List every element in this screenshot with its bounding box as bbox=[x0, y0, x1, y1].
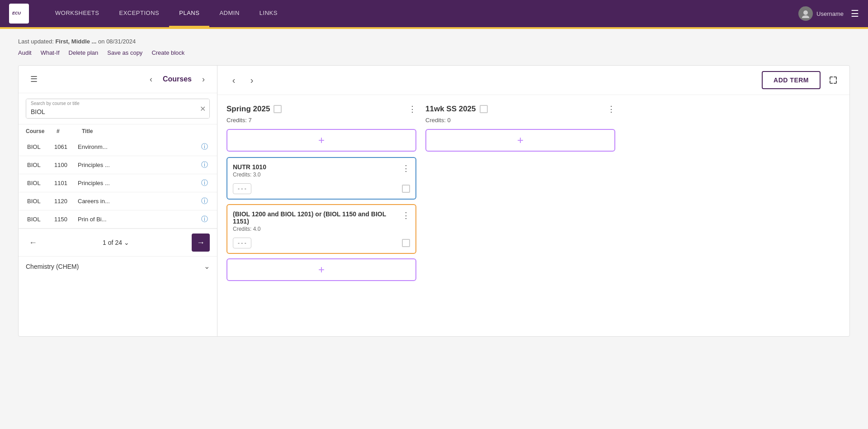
svg-text:ECU: ECU bbox=[12, 11, 21, 15]
card-title-0: NUTR 1010 bbox=[233, 163, 266, 171]
card-credits-0: Credits: 3.0 bbox=[233, 172, 266, 178]
page-dropdown[interactable]: 1 of 24 ⌄ bbox=[103, 239, 129, 246]
term-prev-button[interactable]: ‹ bbox=[226, 73, 241, 87]
term-title-row-0: Spring 2025 ⋮ bbox=[226, 104, 416, 114]
course-item-1[interactable]: BIOL 1100 Principles ... ⓘ bbox=[19, 156, 217, 174]
user-avatar-area[interactable]: Username bbox=[798, 6, 844, 21]
last-updated-text: Last updated: First, Middle ... on 08/31… bbox=[18, 38, 850, 45]
term-credits-1: Credits: 0 bbox=[425, 117, 615, 124]
hamburger-menu[interactable]: ☰ bbox=[851, 8, 859, 19]
nav-worksheets[interactable]: WORKSHEETS bbox=[45, 0, 109, 27]
logo-shield: ECU bbox=[9, 4, 29, 24]
menu-icon: ☰ bbox=[30, 74, 38, 84]
info-icon-1[interactable]: ⓘ bbox=[199, 161, 210, 169]
info-icon-0[interactable]: ⓘ bbox=[199, 143, 210, 151]
course-num-1: 1100 bbox=[54, 162, 74, 168]
course-item-0[interactable]: BIOL 1061 Environm... ⓘ bbox=[19, 138, 217, 156]
nav-links[interactable]: LINKS bbox=[250, 0, 288, 27]
courses-prev-arrow[interactable]: ‹ bbox=[145, 73, 157, 86]
course-num-4: 1150 bbox=[54, 216, 74, 223]
info-icon-2[interactable]: ⓘ bbox=[199, 179, 210, 187]
search-input[interactable] bbox=[26, 99, 209, 118]
updated-user: First, Middle ... bbox=[55, 38, 96, 45]
course-item-4[interactable]: BIOL 1150 Prin of Bi... ⓘ bbox=[19, 210, 217, 229]
chevron-down-icon: ⌄ bbox=[204, 262, 210, 271]
terms-area: Spring 2025 ⋮ Credits: 7 + bbox=[217, 95, 849, 336]
add-course-button-top-0[interactable]: + bbox=[226, 129, 416, 152]
card-title-1: (BIOL 1200 and BIOL 1201) or (BIOL 1150 … bbox=[233, 210, 402, 225]
add-course-button-bottom-0[interactable]: + bbox=[226, 258, 416, 281]
col-header-num: # bbox=[57, 128, 78, 134]
delete-plan-link[interactable]: Delete plan bbox=[69, 49, 99, 56]
term-checkbox-1[interactable] bbox=[480, 105, 488, 113]
course-dept-4: BIOL bbox=[27, 216, 51, 223]
term-more-menu-1[interactable]: ⋮ bbox=[607, 104, 615, 114]
grade-badge-1[interactable]: - - - bbox=[233, 238, 251, 248]
nav-exceptions[interactable]: EXCEPTIONS bbox=[109, 0, 169, 27]
sidebar-menu-icon[interactable]: ☰ bbox=[26, 71, 42, 87]
search-clear-button[interactable]: ✕ bbox=[200, 105, 206, 113]
save-as-copy-link[interactable]: Save as copy bbox=[107, 49, 142, 56]
main-panel: ☰ ‹ Courses › Search by course or title … bbox=[18, 65, 850, 337]
courses-nav: ‹ Courses › bbox=[145, 73, 210, 86]
audit-link[interactable]: Audit bbox=[18, 49, 32, 56]
page-current: 1 bbox=[103, 239, 106, 246]
info-icon-3[interactable]: ⓘ bbox=[199, 197, 210, 205]
course-title-1: Principles ... bbox=[78, 162, 195, 168]
term-name-0: Spring 2025 bbox=[226, 105, 282, 114]
pagination-next[interactable]: → bbox=[192, 234, 210, 252]
course-title-3: Careers in... bbox=[78, 198, 195, 205]
what-if-link[interactable]: What-If bbox=[41, 49, 60, 56]
course-title-0: Environm... bbox=[78, 143, 195, 150]
card-footer-1: - - - bbox=[227, 235, 415, 253]
chemistry-section[interactable]: Chemistry (CHEM) ⌄ bbox=[19, 256, 217, 276]
nav-plans[interactable]: PLANS bbox=[169, 0, 209, 27]
add-course-button-top-1[interactable]: + bbox=[425, 129, 615, 152]
card-more-menu-0[interactable]: ⋮ bbox=[402, 163, 410, 173]
expand-button[interactable] bbox=[826, 73, 840, 87]
info-icon-4[interactable]: ⓘ bbox=[199, 215, 210, 224]
term-next-button[interactable]: › bbox=[245, 73, 259, 87]
chemistry-section-title: Chemistry (CHEM) bbox=[26, 263, 79, 270]
chevron-down-icon: ⌄ bbox=[124, 239, 129, 246]
term-nav: ‹ › bbox=[226, 73, 259, 87]
term-checkbox-0[interactable] bbox=[274, 105, 282, 113]
term-name-1: 11wk SS 2025 bbox=[425, 105, 488, 114]
term-11wk-ss-2025: 11wk SS 2025 ⋮ Credits: 0 + bbox=[425, 104, 615, 327]
search-area: Search by course or title ✕ bbox=[19, 93, 217, 124]
page-content: Last updated: First, Middle ... on 08/31… bbox=[0, 29, 868, 346]
svg-point-3 bbox=[802, 15, 809, 18]
nav-right: Username ☰ bbox=[798, 6, 859, 21]
logo[interactable]: ECU bbox=[9, 4, 36, 24]
card-credits-1: Credits: 4.0 bbox=[233, 226, 402, 232]
pagination: ← 1 of 24 ⌄ → bbox=[19, 229, 217, 256]
card-more-menu-1[interactable]: ⋮ bbox=[402, 210, 410, 220]
term-more-menu-0[interactable]: ⋮ bbox=[408, 104, 416, 114]
course-item-3[interactable]: BIOL 1120 Careers in... ⓘ bbox=[19, 192, 217, 210]
sidebar: ☰ ‹ Courses › Search by course or title … bbox=[19, 66, 217, 336]
course-dept-1: BIOL bbox=[27, 162, 51, 168]
course-item-2[interactable]: BIOL 1101 Principles ... ⓘ bbox=[19, 174, 217, 192]
grade-badge-0[interactable]: - - - bbox=[233, 183, 251, 194]
page-of: of 24 bbox=[108, 239, 122, 246]
pagination-prev[interactable]: ← bbox=[26, 235, 40, 250]
course-title-4: Prin of Bi... bbox=[78, 216, 195, 223]
courses-next-arrow[interactable]: › bbox=[197, 73, 210, 86]
create-block-link[interactable]: Create block bbox=[151, 49, 184, 56]
course-num-2: 1101 bbox=[54, 180, 74, 186]
course-card-nutr-1010: NUTR 1010 Credits: 3.0 ⋮ - - - bbox=[226, 157, 416, 200]
term-credits-0: Credits: 7 bbox=[226, 117, 416, 124]
add-term-button[interactable]: ADD TERM bbox=[762, 71, 821, 89]
course-table-header: Course # Title bbox=[19, 124, 217, 138]
course-dept-0: BIOL bbox=[27, 143, 51, 150]
term-11wk-header: 11wk SS 2025 ⋮ Credits: 0 bbox=[425, 104, 615, 124]
card-footer-0: - - - bbox=[227, 181, 415, 199]
card-checkbox-0[interactable] bbox=[402, 185, 410, 193]
course-dept-3: BIOL bbox=[27, 198, 51, 205]
nav-admin[interactable]: ADMIN bbox=[209, 0, 249, 27]
card-checkbox-1[interactable] bbox=[402, 239, 410, 247]
term-title-row-1: 11wk SS 2025 ⋮ bbox=[425, 104, 615, 114]
updated-date: on 08/31/2024 bbox=[98, 38, 136, 45]
course-dept-2: BIOL bbox=[27, 180, 51, 186]
courses-title: Courses bbox=[163, 75, 192, 83]
